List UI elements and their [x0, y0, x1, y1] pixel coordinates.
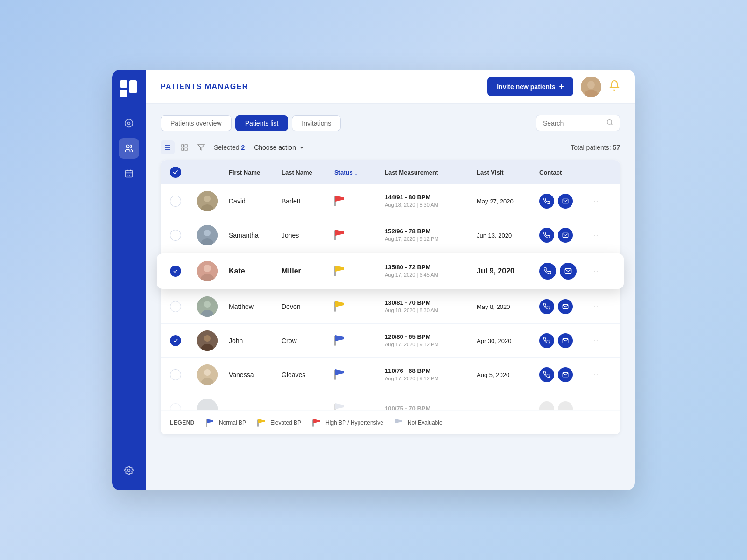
tab-patients-list[interactable]: Patients list: [235, 115, 289, 131]
check-all-button[interactable]: [170, 167, 181, 178]
phone-button-1[interactable]: [539, 194, 554, 209]
grid-view-button[interactable]: [177, 140, 191, 154]
patient-last-name-3: Miller: [282, 267, 331, 275]
table-row: John Crow 120/80 - 65 BPM Aug 17, 2020 |…: [161, 324, 620, 358]
patient-status-3: [334, 266, 347, 277]
more-actions-2[interactable]: ···: [592, 229, 611, 241]
phone-button-3[interactable]: [539, 263, 556, 280]
search-icon: [606, 119, 613, 127]
row-checkbox-5[interactable]: [170, 335, 181, 346]
patient-avatar-6: [197, 364, 218, 385]
row-checkbox-7[interactable]: [170, 403, 181, 411]
patient-last-name-4: Devon: [282, 303, 331, 310]
table-header: First Name Last Name Status ↓ Last Measu…: [161, 160, 620, 184]
patient-contacts-5: [539, 333, 588, 348]
patient-first-name-2: Samantha: [229, 231, 278, 239]
phone-button-7[interactable]: [539, 401, 554, 411]
svg-point-4: [128, 122, 130, 125]
row-checkbox-4[interactable]: [170, 301, 181, 312]
phone-button-2[interactable]: [539, 228, 554, 243]
sidebar-item-calendar[interactable]: 22: [119, 163, 139, 184]
row-checkbox-6[interactable]: [170, 369, 181, 380]
patient-avatar-1: [197, 191, 218, 211]
phone-button-4[interactable]: [539, 299, 554, 314]
row-checkbox-3[interactable]: [170, 266, 181, 277]
svg-text:22: 22: [127, 174, 131, 177]
email-button-1[interactable]: [558, 194, 573, 209]
legend-item-normal: Normal BP: [206, 419, 246, 427]
table-row: Matthew Devon 130/81 - 70 BPM Aug 18, 20…: [161, 290, 620, 324]
svg-rect-22: [182, 148, 184, 150]
filter-button[interactable]: [194, 140, 208, 154]
email-button-3[interactable]: [560, 263, 577, 280]
table-row-partial: 100/75 - 70 BPM: [161, 392, 620, 411]
more-actions-6[interactable]: ···: [592, 369, 611, 381]
patient-visit-2: Jun 13, 2020: [477, 232, 536, 239]
email-button-2[interactable]: [558, 228, 573, 243]
legend-label: LEGEND: [170, 420, 195, 426]
patient-status-4: [334, 301, 347, 312]
table-row: Vanessa Gleaves 110/76 - 68 BPM Aug 17, …: [161, 358, 620, 392]
more-actions-1[interactable]: ···: [592, 195, 611, 207]
sidebar: 22: [112, 70, 146, 490]
table-row: David Barlett 144/91 - 80 BPM Aug 18, 20…: [161, 184, 620, 218]
patient-status-6: [334, 369, 347, 380]
svg-marker-24: [198, 145, 204, 150]
notification-bell[interactable]: [609, 80, 620, 93]
sidebar-item-dashboard[interactable]: [119, 113, 139, 133]
row-checkbox-2[interactable]: [170, 230, 181, 241]
patient-status-5: [334, 335, 347, 346]
patient-status-1: [334, 196, 347, 207]
total-patients-label: Total patients: 57: [571, 144, 620, 151]
email-button-5[interactable]: [558, 333, 573, 348]
patient-visit-1: May 27, 2020: [477, 198, 536, 205]
svg-rect-21: [185, 145, 187, 147]
legend: LEGEND Normal BP Elevated BP High BP / H…: [161, 411, 620, 434]
patient-last-name-5: Crow: [282, 337, 331, 344]
phone-button-6[interactable]: [539, 367, 554, 382]
patient-status-2: [334, 230, 347, 241]
patient-first-name-4: Matthew: [229, 303, 278, 310]
sidebar-item-patients[interactable]: [119, 138, 139, 159]
search-input[interactable]: [543, 119, 603, 127]
svg-rect-20: [182, 145, 184, 147]
patient-contacts-4: [539, 299, 588, 314]
more-actions-3[interactable]: ···: [592, 265, 611, 277]
tab-patients-overview[interactable]: Patients overview: [161, 115, 232, 131]
svg-point-35: [204, 301, 211, 308]
email-button-7[interactable]: [558, 401, 573, 411]
patient-avatar-5: [197, 330, 218, 351]
svg-point-3: [125, 119, 133, 127]
email-button-6[interactable]: [558, 367, 573, 382]
user-avatar[interactable]: [581, 77, 601, 97]
patient-visit-5: Apr 30, 2020: [477, 337, 536, 344]
more-actions-5[interactable]: ···: [592, 335, 611, 347]
phone-button-5[interactable]: [539, 333, 554, 348]
col-status[interactable]: Status ↓: [334, 169, 381, 176]
list-view-button[interactable]: [161, 140, 175, 154]
svg-point-41: [204, 369, 211, 376]
invite-patients-button[interactable]: Invite new patients +: [487, 77, 573, 96]
col-measurement: Last Measurement: [385, 169, 473, 176]
toolbar: Selected 2 Choose action Total patients:…: [161, 140, 620, 154]
app-logo[interactable]: [119, 79, 139, 99]
search-box[interactable]: [536, 115, 620, 131]
tab-invitations[interactable]: Invitations: [292, 115, 341, 131]
email-button-4[interactable]: [558, 299, 573, 314]
patient-contacts-7: [539, 401, 588, 411]
svg-point-38: [204, 335, 211, 342]
more-actions-4[interactable]: ···: [592, 301, 611, 313]
legend-item-not-eval: Not Evaluable: [395, 419, 443, 427]
sidebar-item-settings[interactable]: [119, 460, 139, 481]
patient-avatar-2: [197, 225, 218, 245]
legend-item-high: High BP / Hypertensive: [312, 419, 383, 427]
svg-point-29: [204, 230, 211, 236]
row-checkbox-1[interactable]: [170, 196, 181, 207]
patient-measurement-3: 135/80 - 72 BPM Aug 17, 2020 | 6:45 AM: [385, 263, 473, 279]
choose-action-button[interactable]: Choose action: [250, 142, 308, 153]
svg-rect-1: [120, 90, 127, 97]
patient-avatar-4: [197, 296, 218, 317]
header: PATIENTS MANAGER Invite new patients +: [146, 70, 635, 104]
patient-measurement-5: 120/80 - 65 BPM Aug 17, 2020 | 9:12 PM: [385, 333, 473, 349]
svg-point-26: [204, 196, 211, 202]
